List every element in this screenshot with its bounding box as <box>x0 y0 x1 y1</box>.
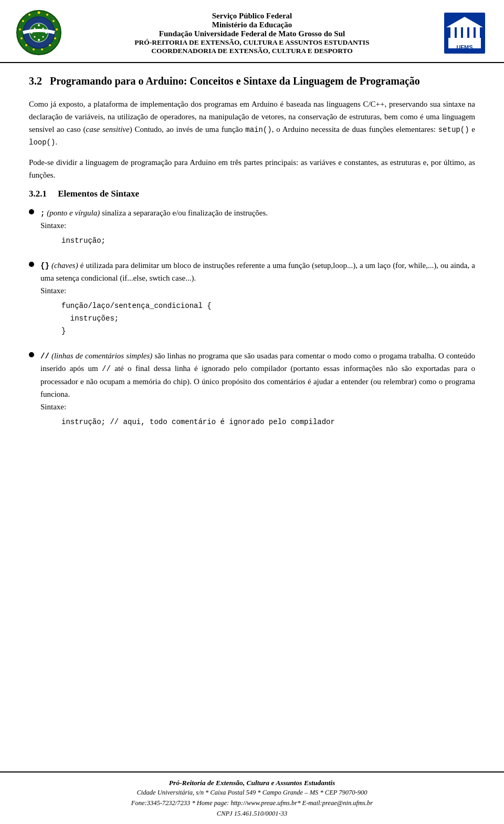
header-line4: PRÓ-REITORIA DE EXTENSÃO, CULTURA E ASSU… <box>68 38 436 47</box>
list-item-braces: {} (chaves) é utilizada para delimitar u… <box>29 259 475 341</box>
paragraph-2: Pode-se dividir a linguagem de programaç… <box>29 156 475 181</box>
svg-point-7 <box>34 28 36 29</box>
svg-text:UFMS: UFMS <box>456 44 472 50</box>
header-text: Serviço Público Federal Ministério da Ed… <box>63 12 441 55</box>
subsection-title: Elementos de Sintaxe <box>58 189 139 199</box>
svg-point-18 <box>33 48 35 50</box>
page: Serviço Público Federal Ministério da Ed… <box>0 0 504 824</box>
bullet-label-comments: (linhas de comentários simples) <box>51 352 152 360</box>
bullet-icon <box>29 209 34 214</box>
bullet-content-semicolon: ; (ponto e vírgula) sinaliza a separaraç… <box>40 207 475 251</box>
bullet-text-braces: é utilizada para delimitar um bloco de i… <box>40 261 475 282</box>
header: Serviço Público Federal Ministério da Ed… <box>0 0 504 63</box>
svg-rect-30 <box>476 27 480 39</box>
svg-point-19 <box>25 44 27 46</box>
bullet-symbol-braces: {} <box>40 262 49 270</box>
svg-point-3 <box>38 24 40 26</box>
svg-rect-28 <box>463 27 467 39</box>
svg-point-20 <box>20 37 23 39</box>
svg-point-12 <box>46 14 48 16</box>
footer-address: Cidade Universitária, s/n * Caixa Postal… <box>16 787 488 798</box>
svg-point-17 <box>41 48 43 50</box>
sintaxe-label-3: Sintaxe: <box>40 403 66 411</box>
bullet-icon-braces <box>29 262 34 267</box>
svg-point-8 <box>43 28 44 29</box>
section-heading: 3.2 Programando para o Arduino: Conceito… <box>29 74 475 88</box>
sintaxe-label-1: Sintaxe: <box>40 221 66 230</box>
svg-rect-27 <box>457 27 461 39</box>
bullet-label-braces: (chaves) <box>51 261 78 270</box>
svg-point-22 <box>22 20 24 22</box>
bullet-content-comments: // (linhas de comentários simples) são l… <box>40 349 475 432</box>
section-title: Programando para o Arduino: Conceitos e … <box>50 75 420 87</box>
bullet-text-semicolon: sinaliza a separaração e/ou finalização … <box>102 209 268 217</box>
sintaxe-label-2: Sintaxe: <box>40 286 66 295</box>
header-line5: COORDENADORIA DE EXTENSÃO, CULTURA E DES… <box>68 47 436 55</box>
bullet-symbol-comments: // <box>40 352 49 360</box>
bullet-symbol-semicolon: ; <box>40 209 45 218</box>
paragraph-1: Como já exposto, a plataforma de impleme… <box>29 98 475 149</box>
subsection-number: 3.2.1 <box>29 189 47 199</box>
list-item-semicolon: ; (ponto e vírgula) sinaliza a separaraç… <box>29 207 475 251</box>
svg-point-16 <box>49 44 51 46</box>
bullet-icon-comments <box>29 352 34 357</box>
code-semicolon: instrução; <box>61 235 475 248</box>
header-line3: Fundação Universidade Federal de Mato Gr… <box>68 29 436 38</box>
svg-point-14 <box>56 28 58 30</box>
svg-point-11 <box>38 12 40 14</box>
svg-rect-26 <box>450 27 455 39</box>
footer: Pró-Reitoria de Extensão, Cultura e Assu… <box>0 771 504 824</box>
svg-point-10 <box>43 36 44 38</box>
bullet-label-semicolon: (ponto e vírgula) <box>47 209 100 217</box>
header-line2: Ministério da Educação <box>68 20 436 29</box>
svg-point-15 <box>54 37 56 39</box>
syntax-elements-list: ; (ponto e vírgula) sinaliza a separaraç… <box>29 207 475 432</box>
code-comments: instrução; // aqui, todo comentário é ig… <box>61 416 475 429</box>
list-item-comments: // (linhas de comentários simples) são l… <box>29 349 475 432</box>
footer-cnpj: CNPJ 15.461.510/0001-33 <box>16 808 488 819</box>
svg-point-13 <box>52 20 55 22</box>
main-content: 3.2 Programando para o Arduino: Conceito… <box>0 63 504 771</box>
footer-org: Pró-Reitoria de Extensão, Cultura e Assu… <box>16 779 488 787</box>
header-line1: Serviço Público Federal <box>68 12 436 20</box>
svg-point-23 <box>28 14 30 16</box>
footer-contact: Fone:3345-7232/7233 * Home page: http://… <box>16 798 488 808</box>
svg-point-21 <box>19 28 21 30</box>
brazil-coat-of-arms <box>16 9 63 57</box>
bullet-content-braces: {} (chaves) é utilizada para delimitar u… <box>40 259 475 341</box>
subsection-heading: 3.2.1 Elementos de Sintaxe <box>29 189 475 199</box>
section-number: 3.2 <box>29 75 42 87</box>
ufms-logo: UFMS <box>441 9 488 57</box>
code-braces: função/laço/sentença_condicional { instr… <box>61 300 475 337</box>
svg-point-4 <box>38 39 40 41</box>
svg-rect-29 <box>469 27 474 39</box>
svg-point-9 <box>34 36 36 38</box>
